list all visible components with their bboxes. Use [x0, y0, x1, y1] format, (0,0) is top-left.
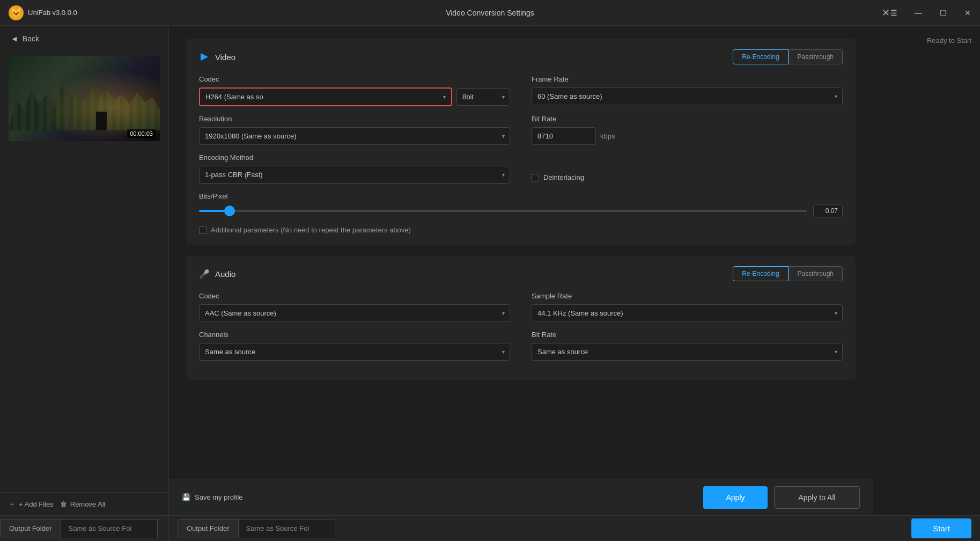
resolution-group: Resolution 1920x1080 (Same as source) 12…	[199, 115, 510, 145]
video-section: Video Re-Encoding Passthrough Co	[186, 39, 856, 245]
bits-pixel-slider-container: 0.07	[199, 204, 843, 217]
audio-encoding-toggle: Re-Encoding Passthrough	[733, 266, 843, 281]
thumbnail-image	[9, 56, 160, 141]
bitrate-input-group: kbps	[532, 127, 843, 145]
video-thumbnail: 00:00:03	[9, 56, 160, 141]
main-area: Video Re-Encoding Passthrough Co	[169, 26, 980, 541]
sample-rate-group: Sample Rate 44.1 KHz (Same as source) 48…	[532, 292, 843, 322]
right-panel: Ready to Start	[873, 26, 980, 515]
remove-all-button[interactable]: 🗑 Remove All	[60, 500, 106, 508]
bit-depth-wrapper: 8bit 10bit	[456, 88, 510, 106]
dialog-title: Video Conversion Settings	[446, 9, 534, 17]
play-triangle-icon	[201, 53, 208, 61]
app-body: ◄ Back 00:00:03 ＋ + Add Files 🗑 Rem	[0, 26, 980, 541]
app-logo: 🐱 UniFab v3.0.0.0	[9, 5, 77, 20]
frame-rate-group: Frame Rate 60 (Same as source) 24 30 60 …	[532, 75, 843, 106]
figure-decoration	[96, 112, 107, 130]
sample-rate-select[interactable]: 44.1 KHz (Same as source) 48 KHz 96 KHz	[532, 304, 843, 322]
video-codec-framerate-row: Codec H264 (Same as so H265 VP9 AV1	[199, 75, 843, 106]
audio-codec-select[interactable]: AAC (Same as source) MP3 FLAC AC3	[199, 304, 510, 322]
window-menu-button[interactable]: ☰	[881, 0, 906, 26]
audio-passthrough-button[interactable]: Passthrough	[789, 266, 843, 281]
codec-label: Codec	[199, 75, 510, 83]
bits-pixel-value: 0.07	[813, 204, 843, 217]
codec-group: Codec H264 (Same as so H265 VP9 AV1	[199, 75, 510, 106]
video-encoding-toggle: Re-Encoding Passthrough	[733, 49, 843, 64]
resolution-select-wrapper: 1920x1080 (Same as source) 1280x720 3840…	[199, 127, 510, 145]
content-row: Video Re-Encoding Passthrough Co	[169, 26, 980, 515]
frame-rate-label: Frame Rate	[532, 75, 843, 83]
video-reencoding-button[interactable]: Re-Encoding	[733, 49, 788, 64]
bitrate-label: Bit Rate	[532, 115, 843, 123]
channels-label: Channels	[199, 331, 510, 339]
channels-select[interactable]: Same as source Mono Stereo 5.1	[199, 343, 510, 361]
frame-rate-select-wrapper: 60 (Same as source) 24 30 60 120	[532, 87, 843, 105]
video-resolution-bitrate-row: Resolution 1920x1080 (Same as source) 12…	[199, 115, 843, 145]
thumbnail-timecode: 00:00:03	[127, 129, 156, 138]
frame-rate-select[interactable]: 60 (Same as source) 24 30 60 120	[532, 87, 843, 105]
video-section-title: Video	[199, 52, 235, 62]
plus-icon: ＋	[9, 499, 16, 509]
encoding-deinterlacing-row: Encoding Method 1-pass CBR (Fast) 2-pass…	[199, 153, 843, 184]
additional-params-row: Additional parameters (No need to repeat…	[199, 226, 843, 234]
settings-panel: Video Re-Encoding Passthrough Co	[169, 26, 873, 515]
bitrate-input[interactable]	[532, 127, 596, 145]
output-folder-button[interactable]: Output Folder	[0, 519, 61, 538]
light-overlay	[9, 56, 160, 141]
window-minimize-button[interactable]: —	[906, 0, 931, 26]
settings-scroll-area: Video Re-Encoding Passthrough Co	[169, 26, 873, 479]
titlebar: 🐱 UniFab v3.0.0.0 Video Conversion Setti…	[0, 0, 980, 26]
bottom-output-path: Same as Source Fol	[239, 519, 335, 538]
window-maximize-button[interactable]: ☐	[931, 0, 955, 26]
trash-icon: 🗑	[60, 500, 67, 508]
audio-section-header: 🎤 Audio Re-Encoding Passthrough	[199, 266, 843, 281]
save-icon: 💾	[182, 493, 190, 501]
apply-to-all-button[interactable]: Apply to All	[774, 486, 860, 509]
video-play-icon	[199, 52, 210, 62]
audio-bitrate-wrapper: Same as source 128 kbps 256 kbps 320 kbp…	[532, 343, 843, 361]
channels-group: Channels Same as source Mono Stereo 5.1	[199, 331, 510, 361]
bit-depth-select[interactable]: 8bit 10bit	[456, 88, 510, 106]
sidebar-footer: ＋ + Add Files 🗑 Remove All	[0, 492, 168, 515]
audio-reencoding-button[interactable]: Re-Encoding	[733, 266, 788, 281]
start-button[interactable]: Start	[911, 518, 971, 538]
app-window: 🐱 UniFab v3.0.0.0 Video Conversion Setti…	[0, 0, 980, 541]
window-close-button[interactable]: ✕	[955, 0, 980, 26]
deinterlacing-group: Deinterlacing	[532, 153, 843, 184]
resolution-select[interactable]: 1920x1080 (Same as source) 1280x720 3840…	[199, 127, 510, 145]
encoding-method-group: Encoding Method 1-pass CBR (Fast) 2-pass…	[199, 153, 510, 184]
encoding-method-wrapper: 1-pass CBR (Fast) 2-pass CBR CRF	[199, 166, 510, 184]
window-controls: ☰ — ☐ ✕	[881, 0, 980, 26]
sample-rate-label: Sample Rate	[532, 292, 843, 300]
channels-wrapper: Same as source Mono Stereo 5.1	[199, 343, 510, 361]
deinterlacing-checkbox-group: Deinterlacing	[532, 173, 843, 181]
additional-params-checkbox[interactable]	[199, 226, 207, 234]
save-profile-button[interactable]: 💾 Save my profile	[182, 493, 243, 501]
audio-codec-group: Codec AAC (Same as source) MP3 FLAC AC3	[199, 292, 510, 322]
encoding-method-select[interactable]: 1-pass CBR (Fast) 2-pass CBR CRF	[199, 166, 510, 184]
ready-status: Ready to Start	[927, 36, 971, 45]
logo-icon: 🐱	[9, 5, 24, 20]
codec-select[interactable]: H264 (Same as so H265 VP9 AV1	[200, 89, 451, 105]
video-passthrough-button[interactable]: Passthrough	[789, 49, 843, 64]
bits-pixel-slider-track	[199, 210, 807, 212]
bits-pixel-row: Bits/Pixel 0.07	[199, 192, 843, 217]
encoding-method-label: Encoding Method	[199, 153, 510, 162]
sample-rate-wrapper: 44.1 KHz (Same as source) 48 KHz 96 KHz	[532, 304, 843, 322]
audio-bitrate-select[interactable]: Same as source 128 kbps 256 kbps 320 kbp…	[532, 343, 843, 361]
bitrate-unit: kbps	[600, 132, 615, 140]
slider-thumb[interactable]	[224, 206, 235, 216]
add-files-button[interactable]: ＋ + Add Files	[9, 499, 54, 509]
audio-bitrate-label: Bit Rate	[532, 331, 843, 339]
video-section-header: Video Re-Encoding Passthrough	[199, 49, 843, 64]
back-chevron-icon: ◄	[11, 34, 18, 43]
bottom-output-folder-button[interactable]: Output Folder	[178, 519, 239, 538]
deinterlacing-checkbox[interactable]	[532, 174, 539, 181]
audio-section-title: 🎤 Audio	[199, 268, 235, 279]
audio-codec-wrapper: AAC (Same as source) MP3 FLAC AC3	[199, 304, 510, 322]
codec-controls-row: H264 (Same as so H265 VP9 AV1	[199, 87, 510, 106]
back-button[interactable]: ◄ Back	[0, 26, 168, 52]
audio-channels-bitrate-row: Channels Same as source Mono Stereo 5.1	[199, 331, 843, 361]
apply-button[interactable]: Apply	[703, 486, 768, 509]
output-bar: Output Folder Same as Source Fol	[0, 515, 168, 541]
